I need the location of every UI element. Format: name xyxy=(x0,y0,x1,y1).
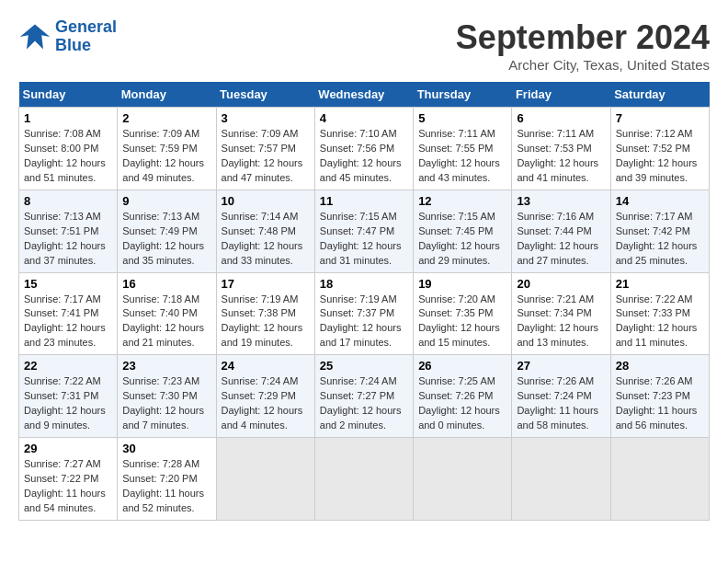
day-info: Sunrise: 7:28 AMSunset: 7:20 PMDaylight:… xyxy=(122,457,210,516)
calendar-cell xyxy=(512,438,610,521)
day-info: Sunrise: 7:13 AMSunset: 7:51 PMDaylight:… xyxy=(24,210,112,269)
day-info: Sunrise: 7:09 AMSunset: 7:59 PMDaylight:… xyxy=(122,127,210,186)
calendar-cell: 21Sunrise: 7:22 AMSunset: 7:33 PMDayligh… xyxy=(610,272,709,355)
weekday-header-saturday: Saturday xyxy=(610,82,709,108)
weekday-header-tuesday: Tuesday xyxy=(216,82,314,108)
logo-line1: General xyxy=(55,17,117,36)
calendar-cell: 13Sunrise: 7:16 AMSunset: 7:44 PMDayligh… xyxy=(512,190,610,272)
calendar-cell: 6Sunrise: 7:11 AMSunset: 7:53 PMDaylight… xyxy=(512,108,610,190)
logo-line2: Blue xyxy=(55,37,117,55)
calendar-cell: 16Sunrise: 7:18 AMSunset: 7:40 PMDayligh… xyxy=(118,272,216,355)
calendar-cell xyxy=(610,438,709,521)
day-number: 6 xyxy=(517,111,605,125)
calendar-cell: 28Sunrise: 7:26 AMSunset: 7:23 PMDayligh… xyxy=(610,355,709,438)
day-info: Sunrise: 7:16 AMSunset: 7:44 PMDaylight:… xyxy=(517,210,605,269)
day-number: 17 xyxy=(222,277,310,291)
day-info: Sunrise: 7:27 AMSunset: 7:22 PMDaylight:… xyxy=(24,457,112,516)
day-number: 2 xyxy=(122,111,210,125)
day-number: 26 xyxy=(418,359,506,373)
day-info: Sunrise: 7:11 AMSunset: 7:55 PMDaylight:… xyxy=(418,127,506,186)
calendar-cell: 1Sunrise: 7:08 AMSunset: 8:00 PMDaylight… xyxy=(19,108,118,190)
day-number: 3 xyxy=(222,111,310,125)
calendar-cell: 30Sunrise: 7:28 AMSunset: 7:20 PMDayligh… xyxy=(118,438,216,521)
day-number: 14 xyxy=(616,194,704,208)
day-info: Sunrise: 7:26 AMSunset: 7:23 PMDaylight:… xyxy=(616,374,704,433)
day-number: 21 xyxy=(616,277,704,291)
calendar-cell: 9Sunrise: 7:13 AMSunset: 7:49 PMDaylight… xyxy=(118,190,216,272)
calendar-cell: 29Sunrise: 7:27 AMSunset: 7:22 PMDayligh… xyxy=(19,438,118,521)
logo-icon xyxy=(18,20,51,53)
day-number: 28 xyxy=(616,359,704,373)
day-info: Sunrise: 7:23 AMSunset: 7:30 PMDaylight:… xyxy=(122,374,210,433)
calendar-cell: 10Sunrise: 7:14 AMSunset: 7:48 PMDayligh… xyxy=(216,190,314,272)
day-number: 27 xyxy=(517,359,605,373)
calendar-week-4: 22Sunrise: 7:22 AMSunset: 7:31 PMDayligh… xyxy=(19,355,710,438)
day-number: 23 xyxy=(122,359,210,373)
day-info: Sunrise: 7:25 AMSunset: 7:26 PMDaylight:… xyxy=(418,374,506,433)
day-info: Sunrise: 7:14 AMSunset: 7:48 PMDaylight:… xyxy=(222,210,310,269)
day-info: Sunrise: 7:10 AMSunset: 7:56 PMDaylight:… xyxy=(320,127,408,186)
day-info: Sunrise: 7:15 AMSunset: 7:47 PMDaylight:… xyxy=(320,210,408,269)
day-number: 10 xyxy=(222,194,310,208)
calendar-week-2: 8Sunrise: 7:13 AMSunset: 7:51 PMDaylight… xyxy=(19,190,710,272)
calendar-cell xyxy=(414,438,512,521)
day-number: 22 xyxy=(24,359,112,373)
calendar-cell: 12Sunrise: 7:15 AMSunset: 7:45 PMDayligh… xyxy=(414,190,512,272)
day-number: 30 xyxy=(122,442,210,455)
svg-marker-0 xyxy=(20,24,50,49)
calendar-cell: 25Sunrise: 7:24 AMSunset: 7:27 PMDayligh… xyxy=(314,355,413,438)
calendar-week-1: 1Sunrise: 7:08 AMSunset: 8:00 PMDaylight… xyxy=(19,108,710,190)
day-info: Sunrise: 7:17 AMSunset: 7:42 PMDaylight:… xyxy=(616,210,704,269)
calendar-cell: 8Sunrise: 7:13 AMSunset: 7:51 PMDaylight… xyxy=(19,190,118,272)
day-info: Sunrise: 7:13 AMSunset: 7:49 PMDaylight:… xyxy=(122,210,210,269)
weekday-header-monday: Monday xyxy=(118,82,216,108)
day-info: Sunrise: 7:15 AMSunset: 7:45 PMDaylight:… xyxy=(418,210,506,269)
calendar-cell: 11Sunrise: 7:15 AMSunset: 7:47 PMDayligh… xyxy=(314,190,413,272)
day-info: Sunrise: 7:20 AMSunset: 7:35 PMDaylight:… xyxy=(418,293,506,351)
day-number: 9 xyxy=(122,194,210,208)
logo-text: General Blue xyxy=(55,18,117,55)
calendar-cell: 23Sunrise: 7:23 AMSunset: 7:30 PMDayligh… xyxy=(118,355,216,438)
day-info: Sunrise: 7:24 AMSunset: 7:27 PMDaylight:… xyxy=(320,374,408,433)
day-number: 16 xyxy=(122,277,210,291)
calendar-cell: 19Sunrise: 7:20 AMSunset: 7:35 PMDayligh… xyxy=(414,272,512,355)
calendar-week-3: 15Sunrise: 7:17 AMSunset: 7:41 PMDayligh… xyxy=(19,272,710,355)
calendar-cell: 24Sunrise: 7:24 AMSunset: 7:29 PMDayligh… xyxy=(216,355,314,438)
calendar-cell: 27Sunrise: 7:26 AMSunset: 7:24 PMDayligh… xyxy=(512,355,610,438)
calendar-cell: 22Sunrise: 7:22 AMSunset: 7:31 PMDayligh… xyxy=(19,355,118,438)
day-info: Sunrise: 7:11 AMSunset: 7:53 PMDaylight:… xyxy=(517,127,605,186)
day-number: 13 xyxy=(517,194,605,208)
day-number: 12 xyxy=(418,194,506,208)
calendar-cell: 26Sunrise: 7:25 AMSunset: 7:26 PMDayligh… xyxy=(414,355,512,438)
day-info: Sunrise: 7:18 AMSunset: 7:40 PMDaylight:… xyxy=(122,293,210,351)
weekday-header-thursday: Thursday xyxy=(414,82,512,108)
day-number: 8 xyxy=(24,194,112,208)
calendar-cell: 5Sunrise: 7:11 AMSunset: 7:55 PMDaylight… xyxy=(414,108,512,190)
day-number: 11 xyxy=(320,194,408,208)
day-number: 19 xyxy=(418,277,506,291)
day-info: Sunrise: 7:09 AMSunset: 7:57 PMDaylight:… xyxy=(222,127,310,186)
month-title: September 2024 xyxy=(456,18,710,57)
calendar-cell xyxy=(314,438,413,521)
day-number: 5 xyxy=(418,111,506,125)
calendar-cell: 18Sunrise: 7:19 AMSunset: 7:37 PMDayligh… xyxy=(314,272,413,355)
day-info: Sunrise: 7:21 AMSunset: 7:34 PMDaylight:… xyxy=(517,293,605,351)
day-number: 15 xyxy=(24,277,112,291)
day-info: Sunrise: 7:22 AMSunset: 7:31 PMDaylight:… xyxy=(24,374,112,433)
day-number: 29 xyxy=(24,442,112,455)
day-info: Sunrise: 7:19 AMSunset: 7:37 PMDaylight:… xyxy=(320,293,408,351)
calendar-cell xyxy=(216,438,314,521)
weekday-header-friday: Friday xyxy=(512,82,610,108)
day-info: Sunrise: 7:19 AMSunset: 7:38 PMDaylight:… xyxy=(222,293,310,351)
calendar-cell: 3Sunrise: 7:09 AMSunset: 7:57 PMDaylight… xyxy=(216,108,314,190)
day-number: 20 xyxy=(517,277,605,291)
calendar-cell: 20Sunrise: 7:21 AMSunset: 7:34 PMDayligh… xyxy=(512,272,610,355)
calendar-cell: 7Sunrise: 7:12 AMSunset: 7:52 PMDaylight… xyxy=(610,108,709,190)
day-info: Sunrise: 7:22 AMSunset: 7:33 PMDaylight:… xyxy=(616,293,704,351)
day-info: Sunrise: 7:17 AMSunset: 7:41 PMDaylight:… xyxy=(24,293,112,351)
calendar-cell: 4Sunrise: 7:10 AMSunset: 7:56 PMDaylight… xyxy=(314,108,413,190)
day-info: Sunrise: 7:24 AMSunset: 7:29 PMDaylight:… xyxy=(222,374,310,433)
calendar-week-5: 29Sunrise: 7:27 AMSunset: 7:22 PMDayligh… xyxy=(19,438,710,521)
day-number: 4 xyxy=(320,111,408,125)
day-number: 24 xyxy=(222,359,310,373)
